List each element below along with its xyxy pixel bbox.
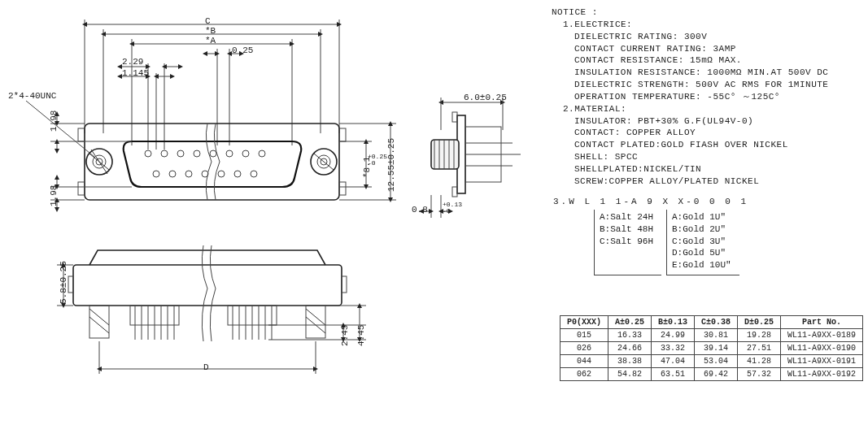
part-code-block: 3.W L 1 1-A 9 X X-0 0 0 1 A:Salt 24H B:S… [553,196,862,275]
svg-rect-68 [452,112,457,122]
svg-rect-85 [68,276,73,293]
svg-rect-84 [73,265,342,306]
svg-line-89 [89,309,109,325]
svg-rect-23 [339,128,346,141]
svg-point-28 [194,150,200,157]
section-electrice: 1.ELECTRICE: [552,19,861,31]
section-material: 2.MATERIAL: [552,103,861,115]
dim-025: 0.25 [232,46,253,55]
svg-point-38 [234,171,241,177]
option-columns: A:Salt 24H B:Salt 48H C:Salt 96H A:Gold … [594,210,862,275]
svg-rect-87 [89,306,109,338]
dim-08-tol: +0.13 -0 [443,202,462,215]
svg-rect-88 [306,306,325,338]
section-partcode: 3.W L 1 1-A 9 X X-0 0 0 1 [553,196,862,208]
svg-line-90 [89,317,109,333]
dim-thread: 2*4-40UNC [8,91,56,101]
dim-445: 4.45 [356,325,366,346]
gold-opt: E:Gold 10U" [672,259,731,271]
spec-contact-current: CONTACT CURRENT RATING: 3AMP [552,43,861,55]
spec-shell-plated: SHELLPLATED:NICKEL/TIN [552,163,861,176]
dim-81-tol: +0.25 -0 [368,154,387,167]
svg-point-32 [259,150,265,157]
dim-198b: 1.98 [49,185,59,206]
spec-insulator: INSULATOR: PBT+30% G.F(UL94V-0) [552,115,861,128]
spec-insulation-resistance: INSULATION RESISTANCE: 1000MΩ MIN.AT 500… [552,67,861,79]
gold-opt: D:Gold 5U" [672,247,731,259]
salt-opt: C:Salt 96H [600,236,653,248]
svg-line-44 [91,150,107,174]
svg-line-91 [306,309,325,325]
spec-table: P0(XXX) A±0.25 B±0.13 C±0.38 D±0.25 Part… [560,315,863,381]
dim-58: 5.8±0.25 [59,261,68,304]
th-d: D±0.25 [738,316,781,329]
svg-point-30 [226,150,233,157]
svg-rect-69 [452,187,457,197]
spec-dielectric-strength: DIELECTRIC STRENGTH: 500V AC RMS FOR 1MI… [552,79,861,91]
table-row: 015 16.33 24.99 30.81 19.28 WL11-A9XX-01… [560,329,863,342]
svg-point-34 [169,171,176,177]
th-a: A±0.25 [608,316,652,329]
notice-block: NOTICE : 1.ELECTRICE: DIELECTRIC RATING:… [552,7,861,188]
spec-contact-plated: CONTACT PLATED:GOLD FIASH OVER NICKEL [552,139,861,151]
svg-point-26 [161,150,168,157]
svg-rect-21 [78,128,85,141]
spec-screw: SCREW:COPPER ALLOY/PLATED NICKEL [552,176,861,188]
svg-point-33 [153,171,159,177]
gold-opt: A:Gold 1U" [672,211,731,223]
dim-1255: 12.55±0.25 [386,138,396,192]
svg-point-25 [145,150,151,157]
gold-options: A:Gold 1U" B:Gold 2U" C:Gold 3U" D:Gold … [666,210,739,275]
th-c: C±0.38 [695,316,738,329]
th-p0: P0(XXX) [560,316,608,329]
dim-1145: 1.145 [122,68,149,78]
svg-rect-24 [339,182,346,195]
table-row: 062 54.82 63.51 69.42 57.32 WL11-A9XX-01… [560,368,863,381]
svg-rect-86 [342,276,347,293]
spec-header-row: P0(XXX) A±0.25 B±0.13 C±0.38 D±0.25 Part… [560,316,863,329]
dim-229: 2.29 [122,57,143,67]
dim-B: *B [205,26,216,36]
svg-point-39 [251,171,257,177]
dim-D: D [203,362,209,372]
table-row: 044 38.38 47.04 53.04 41.28 WL11-A9XX-01… [560,355,863,368]
spec-operation-temp: OPERATION TEMPERATURE: -55C° ～125C° [552,91,861,103]
gold-opt: C:Gold 3U" [672,236,731,248]
svg-rect-22 [78,182,85,195]
dim-198a: 1.98 [49,111,59,132]
spec-shell: SHELL: SPCC [552,151,861,163]
notice-header: NOTICE : [552,7,861,19]
svg-point-37 [218,171,225,177]
drawing-top-view: 5.8±0.25 D 2.45 4.45 [57,244,382,398]
salt-options: A:Salt 24H B:Salt 48H C:Salt 96H [594,210,661,275]
th-part: Part No. [781,316,863,329]
spec-table-wrap: P0(XXX) A±0.25 B±0.13 C±0.38 D±0.25 Part… [560,315,863,381]
dim-A: *A [205,36,216,46]
dim-08: 0.8 [412,205,428,215]
salt-opt: A:Salt 24H [600,211,653,223]
svg-point-31 [242,150,249,157]
table-row: 026 24.66 33.32 39.14 27.51 WL11-A9XX-01… [560,342,863,355]
svg-rect-70 [431,140,459,169]
gold-opt: B:Gold 2U" [672,223,731,236]
svg-point-27 [177,150,184,157]
datasheet-page: NOTICE : 1.ELECTRICE: DIELECTRIC RATING:… [0,0,868,425]
dim-60: 6.0±0.25 [464,93,507,102]
th-b: B±0.13 [652,316,695,329]
dim-C: C [205,16,211,26]
spec-dielectric-rating: DIELECTRIC RATING: 300V [552,31,861,43]
svg-point-35 [185,171,192,177]
svg-point-29 [210,150,216,157]
drawing-side-view: 6.0±0.25 0.8 +0.13 -0 [407,98,537,228]
salt-opt: B:Salt 48H [600,223,653,236]
dim-245: 2.45 [340,325,350,346]
spec-contact: CONTACT: COPPER ALLOY [552,127,861,139]
spec-contact-resistance: CONTACT RESISTANCE: 15mΩ MAX. [552,54,861,67]
